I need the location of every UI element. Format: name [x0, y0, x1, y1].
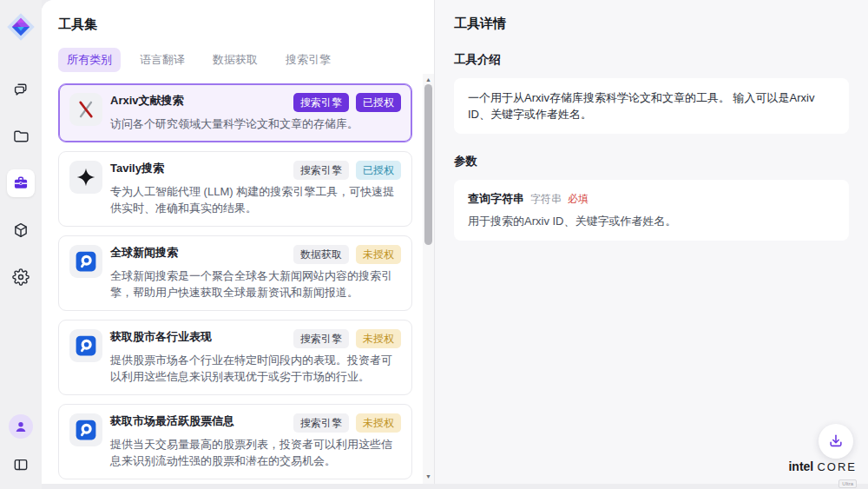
tool-detail-panel: 工具详情 工具介绍 一个用于从Arxiv存储库搜索科学论文和文章的工具。 输入可…: [434, 0, 868, 484]
tool-category-badge: 数据获取: [293, 245, 349, 264]
tool-card-title: Arxiv文献搜索: [110, 93, 184, 109]
tool-list-panel: 工具集 所有类别语言翻译数据获取搜索引擎 Arxiv文献搜索 搜索引擎 已授权 …: [42, 0, 434, 484]
tab-category-1[interactable]: 语言翻译: [131, 48, 194, 72]
gear-icon: [12, 268, 30, 286]
tab-category-2[interactable]: 数据获取: [204, 48, 266, 72]
tool-card-description: 全球新闻搜索是一个聚合全球各大新闻网站内容的搜索引擎，帮助用户快速获取全球最新资…: [110, 268, 397, 301]
tool-card-description: 提供股票市场各个行业在特定时间段内的表现。投资者可以利用这些信息来识别表现优于或…: [110, 352, 397, 386]
tool-category-badge: 搜索引擎: [293, 93, 349, 112]
scrollbar-thumb[interactable]: [424, 84, 432, 245]
sidebar-item-chat[interactable]: [7, 76, 35, 103]
sidebar-item-models[interactable]: [7, 216, 35, 244]
arxiv-tool-icon: [69, 93, 102, 126]
bottom-strip: [42, 484, 868, 489]
tool-card[interactable]: 获取市场最活跃股票信息 搜索引擎 未授权 提供当天交易量最高的股票列表，投资者可…: [58, 404, 412, 479]
tool-status-badge: 未授权: [356, 329, 401, 348]
sidebar-item-files[interactable]: [7, 122, 35, 150]
intel-core-logo: intel CORE Ultra: [788, 459, 857, 489]
tool-category-badge: 搜索引擎: [293, 413, 349, 433]
tool-card-title: 全球新闻搜索: [110, 245, 178, 261]
tool-list-title: 工具集: [58, 17, 434, 33]
user-avatar-icon: [13, 419, 29, 434]
tool-detail-title: 工具详情: [454, 16, 849, 32]
param-list: 查询字符串 字符串 必填 用于搜索的Arxiv ID、关键字或作者姓名。: [454, 180, 849, 241]
tool-intro-card: 一个用于从Arxiv存储库搜索科学论文和文章的工具。 输入可以是Arxiv ID…: [454, 78, 849, 134]
tab-category-3[interactable]: 搜索引擎: [277, 48, 339, 72]
brand-intel: intel: [788, 459, 813, 473]
brand-core: CORE: [817, 460, 857, 473]
tool-card-description: 专为人工智能代理 (LLM) 构建的搜索引擎工具，可快速提供实时、准确和真实的结…: [110, 183, 397, 217]
download-icon: [827, 433, 845, 450]
tool-card-title: Tavily搜索: [110, 161, 164, 176]
param-description: 用于搜索的Arxiv ID、关键字或作者姓名。: [468, 214, 835, 229]
tab-category-0[interactable]: 所有类别: [58, 48, 121, 72]
param-name: 查询字符串: [468, 191, 524, 207]
tool-intro-text: 一个用于从Arxiv存储库搜索科学论文和文章的工具。 输入可以是Arxiv ID…: [468, 89, 835, 122]
param-required-badge: 必填: [568, 192, 589, 207]
main-content: 工具集 所有类别语言翻译数据获取搜索引擎 Arxiv文献搜索 搜索引擎 已授权 …: [42, 0, 868, 484]
tool-status-badge: 未授权: [356, 413, 401, 433]
tool-category-badge: 搜索引擎: [293, 161, 349, 180]
toolbox-icon: [12, 175, 30, 192]
download-button[interactable]: [819, 424, 853, 459]
sidebar-item-tools[interactable]: [7, 169, 35, 197]
tool-status-badge: 已授权: [356, 161, 401, 180]
app-logo-icon: [5, 11, 36, 43]
tool-card[interactable]: Tavily搜索 搜索引擎 已授权 专为人工智能代理 (LLM) 构建的搜索引擎…: [58, 151, 412, 227]
tool-card-description: 访问各个研究领域大量科学论文和文章的存储库。: [110, 116, 397, 133]
tool-intro-heading: 工具介绍: [454, 52, 849, 68]
param-card: 查询字符串 字符串 必填 用于搜索的Arxiv ID、关键字或作者姓名。: [454, 180, 849, 241]
tool-status-badge: 已授权: [356, 93, 401, 112]
scrollbar[interactable]: ▲ ▼: [423, 74, 434, 484]
tool-card[interactable]: 全球新闻搜索 数据获取 未授权 全球新闻搜索是一个聚合全球各大新闻网站内容的搜索…: [58, 235, 412, 311]
scrollbar-down-arrow[interactable]: ▼: [423, 471, 434, 482]
tool-card-title: 获取市场最活跃股票信息: [110, 413, 234, 429]
sidebar-bottom: [7, 414, 35, 477]
sidebar-collapse-button[interactable]: [7, 453, 35, 477]
app-sidebar: [0, 0, 42, 489]
cube-icon: [12, 221, 30, 239]
tool-card-title: 获取股市各行业表现: [110, 329, 212, 345]
panel-toggle-icon: [12, 456, 30, 473]
tool-card[interactable]: Arxiv文献搜索 搜索引擎 已授权 访问各个研究领域大量科学论文和文章的存储库…: [58, 83, 412, 142]
juhe-tool-icon: [69, 413, 102, 446]
sidebar-item-settings[interactable]: [7, 263, 35, 291]
tool-category-badge: 搜索引擎: [293, 329, 349, 348]
param-type: 字符串: [530, 192, 562, 207]
brand-badge: Ultra: [838, 479, 857, 488]
tool-status-badge: 未授权: [356, 245, 401, 264]
juhe-tool-icon: [69, 245, 102, 278]
tool-card[interactable]: 获取股市各行业表现 搜索引擎 未授权 提供股票市场各个行业在特定时间段内的表现。…: [58, 320, 412, 395]
category-tabs: 所有类别语言翻译数据获取搜索引擎: [58, 48, 434, 72]
user-avatar[interactable]: [9, 414, 33, 439]
juhe-tool-icon: [69, 329, 102, 362]
tavily-tool-icon: [69, 161, 102, 194]
tool-card-description: 提供当天交易量最高的股票列表，投资者可以利用这些信息来识别流动性强的股票和潜在的…: [110, 436, 397, 470]
chat-icon: [12, 81, 30, 98]
tool-card-list: Arxiv文献搜索 搜索引擎 已授权 访问各个研究领域大量科学论文和文章的存储库…: [58, 83, 412, 484]
params-heading: 参数: [454, 154, 849, 169]
sidebar-nav: [7, 76, 35, 291]
folder-icon: [12, 128, 30, 145]
